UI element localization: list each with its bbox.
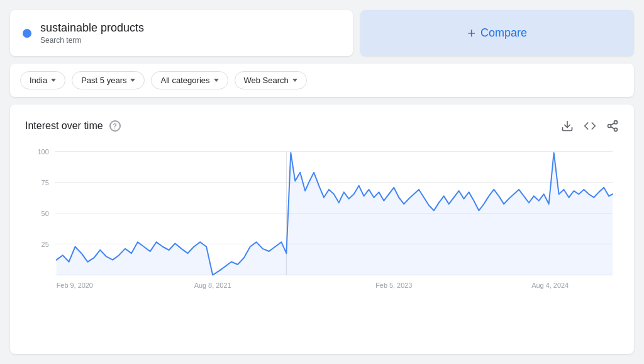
- svg-text:25: 25: [42, 240, 49, 247]
- svg-text:100: 100: [38, 147, 49, 155]
- svg-text:Aug 8, 2021: Aug 8, 2021: [194, 282, 231, 289]
- chart-svg: 100 75 50 25 Feb 9, 2020 Aug 8, 2021 Feb…: [25, 145, 619, 296]
- svg-text:Feb 5, 2023: Feb 5, 2023: [375, 282, 412, 289]
- search-term-label: Search term: [40, 36, 144, 45]
- filter-type[interactable]: Web Search: [235, 71, 307, 89]
- filters-row: India Past 5 years All categories Web Se…: [10, 64, 634, 97]
- search-term-dot: [23, 29, 31, 38]
- filter-type-label: Web Search: [244, 76, 289, 85]
- svg-text:50: 50: [42, 209, 49, 217]
- svg-line-5: [611, 123, 614, 125]
- chart-card: Interest over time ?: [10, 105, 634, 354]
- share-icon[interactable]: [606, 120, 619, 132]
- download-icon[interactable]: [561, 120, 574, 132]
- filter-time[interactable]: Past 5 years: [72, 71, 145, 89]
- filter-region-label: India: [30, 76, 47, 85]
- svg-text:75: 75: [42, 178, 49, 186]
- filter-category-label: All categories: [160, 76, 209, 85]
- filter-time-label: Past 5 years: [81, 76, 126, 85]
- chart-title: Interest over time: [25, 120, 103, 132]
- compare-plus-icon: +: [467, 26, 475, 40]
- search-term-name: sustainable products: [40, 21, 144, 35]
- chevron-down-icon: [292, 79, 297, 82]
- compare-card[interactable]: + Compare: [360, 10, 634, 56]
- svg-text:Feb 9, 2020: Feb 9, 2020: [57, 282, 93, 289]
- search-term-text: sustainable products Search term: [40, 21, 144, 45]
- chevron-down-icon: [214, 79, 219, 82]
- chart-title-row: Interest over time ?: [25, 120, 121, 132]
- filter-category[interactable]: All categories: [151, 71, 228, 89]
- chart-header: Interest over time ?: [25, 120, 619, 132]
- chart-area: 100 75 50 25 Feb 9, 2020 Aug 8, 2021 Feb…: [25, 145, 619, 296]
- compare-label: Compare: [480, 26, 527, 40]
- chart-actions: [561, 120, 619, 132]
- help-icon[interactable]: ?: [109, 120, 121, 132]
- chevron-down-icon: [130, 79, 135, 82]
- chevron-down-icon: [51, 79, 56, 82]
- svg-line-4: [611, 127, 614, 128]
- filter-region[interactable]: India: [20, 71, 65, 89]
- svg-text:Aug 4, 2024: Aug 4, 2024: [531, 282, 569, 289]
- search-term-card: sustainable products Search term: [10, 10, 353, 56]
- embed-icon[interactable]: [584, 120, 596, 132]
